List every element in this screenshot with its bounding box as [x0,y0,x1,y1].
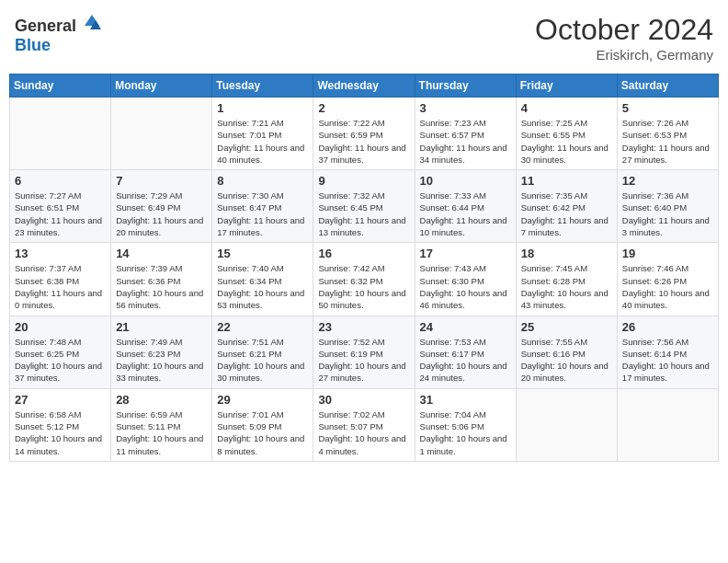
day-number: 1 [217,101,308,115]
day-detail: Sunrise: 7:43 AM Sunset: 6:30 PM Dayligh… [420,262,511,311]
day-number: 31 [420,393,511,407]
logo-text: General Blue [15,13,101,55]
day-number: 27 [15,393,106,407]
day-detail: Sunrise: 7:33 AM Sunset: 6:44 PM Dayligh… [420,190,511,238]
title-block: October 2024 Eriskirch, Germany [535,13,713,63]
day-number: 19 [622,247,713,260]
calendar-cell: 24Sunrise: 7:53 AM Sunset: 6:17 PM Dayli… [415,316,516,388]
calendar-cell [516,388,617,461]
day-detail: Sunrise: 7:32 AM Sunset: 6:45 PM Dayligh… [318,190,409,238]
day-number: 29 [217,393,308,407]
day-detail: Sunrise: 7:26 AM Sunset: 6:53 PM Dayligh… [622,117,713,166]
calendar-cell: 17Sunrise: 7:43 AM Sunset: 6:30 PM Dayli… [415,243,516,316]
calendar-week-row: 13Sunrise: 7:37 AM Sunset: 6:38 PM Dayli… [10,243,719,316]
calendar-cell: 11Sunrise: 7:35 AM Sunset: 6:42 PM Dayli… [516,170,617,243]
calendar-cell: 21Sunrise: 7:49 AM Sunset: 6:23 PM Dayli… [111,316,212,388]
calendar-week-row: 1Sunrise: 7:21 AM Sunset: 7:01 PM Daylig… [10,98,719,170]
weekday-header-row: SundayMondayTuesdayWednesdayThursdayFrid… [10,75,719,98]
day-detail: Sunrise: 7:35 AM Sunset: 6:42 PM Dayligh… [521,190,612,238]
calendar-cell: 19Sunrise: 7:46 AM Sunset: 6:26 PM Dayli… [617,243,718,316]
day-number: 30 [318,393,409,407]
day-detail: Sunrise: 7:45 AM Sunset: 6:28 PM Dayligh… [521,262,612,311]
calendar-cell: 15Sunrise: 7:40 AM Sunset: 6:34 PM Dayli… [212,243,313,316]
day-detail: Sunrise: 7:21 AM Sunset: 7:01 PM Dayligh… [217,117,308,166]
calendar-cell: 1Sunrise: 7:21 AM Sunset: 7:01 PM Daylig… [212,98,313,170]
day-number: 26 [622,320,713,334]
calendar-cell: 14Sunrise: 7:39 AM Sunset: 6:36 PM Dayli… [111,243,212,316]
day-detail: Sunrise: 7:01 AM Sunset: 5:09 PM Dayligh… [217,408,308,457]
day-number: 13 [15,247,106,260]
day-number: 15 [217,247,308,260]
day-number: 10 [420,174,511,188]
day-detail: Sunrise: 7:42 AM Sunset: 6:32 PM Dayligh… [318,262,409,311]
day-number: 20 [15,320,106,334]
calendar-cell: 25Sunrise: 7:55 AM Sunset: 6:16 PM Dayli… [516,316,617,388]
day-detail: Sunrise: 7:51 AM Sunset: 6:21 PM Dayligh… [217,336,308,385]
weekday-header: Monday [111,75,212,98]
calendar-week-row: 6Sunrise: 7:27 AM Sunset: 6:51 PM Daylig… [10,170,719,243]
calendar-cell: 31Sunrise: 7:04 AM Sunset: 5:06 PM Dayli… [415,388,516,461]
day-number: 2 [318,101,409,115]
calendar-cell: 3Sunrise: 7:23 AM Sunset: 6:57 PM Daylig… [415,98,516,170]
calendar-cell: 6Sunrise: 7:27 AM Sunset: 6:51 PM Daylig… [10,170,111,243]
calendar-cell: 22Sunrise: 7:51 AM Sunset: 6:21 PM Dayli… [212,316,313,388]
day-detail: Sunrise: 7:36 AM Sunset: 6:40 PM Dayligh… [622,190,713,238]
calendar-cell [617,388,718,461]
day-number: 17 [420,247,511,260]
calendar-cell: 26Sunrise: 7:56 AM Sunset: 6:14 PM Dayli… [617,316,718,388]
day-number: 12 [622,174,713,188]
day-number: 18 [521,247,612,260]
day-number: 8 [217,174,308,188]
day-detail: Sunrise: 7:23 AM Sunset: 6:57 PM Dayligh… [420,117,511,166]
day-number: 7 [116,174,207,188]
weekday-header: Sunday [10,75,111,98]
day-detail: Sunrise: 7:48 AM Sunset: 6:25 PM Dayligh… [15,336,106,385]
day-detail: Sunrise: 7:30 AM Sunset: 6:47 PM Dayligh… [217,190,308,238]
day-detail: Sunrise: 7:39 AM Sunset: 6:36 PM Dayligh… [116,262,207,311]
day-detail: Sunrise: 6:59 AM Sunset: 5:11 PM Dayligh… [116,408,207,457]
calendar-table: SundayMondayTuesdayWednesdayThursdayFrid… [9,74,719,462]
calendar-cell: 8Sunrise: 7:30 AM Sunset: 6:47 PM Daylig… [212,170,313,243]
day-number: 23 [318,320,409,334]
calendar-cell: 5Sunrise: 7:26 AM Sunset: 6:53 PM Daylig… [617,98,718,170]
calendar-week-row: 20Sunrise: 7:48 AM Sunset: 6:25 PM Dayli… [10,316,719,388]
page-header: General Blue October 2024 Eriskirch, Ger… [9,9,719,66]
logo-blue: Blue [15,36,51,54]
day-number: 16 [318,247,409,260]
day-number: 4 [521,101,612,115]
day-number: 28 [116,393,207,407]
day-number: 25 [521,320,612,334]
day-number: 14 [116,247,207,260]
location-title: Eriskirch, Germany [535,47,713,63]
day-detail: Sunrise: 6:58 AM Sunset: 5:12 PM Dayligh… [15,408,106,457]
day-detail: Sunrise: 7:52 AM Sunset: 6:19 PM Dayligh… [318,336,409,385]
weekday-header: Tuesday [212,75,313,98]
day-detail: Sunrise: 7:04 AM Sunset: 5:06 PM Dayligh… [420,408,511,457]
calendar-cell: 27Sunrise: 6:58 AM Sunset: 5:12 PM Dayli… [10,388,111,461]
day-detail: Sunrise: 7:29 AM Sunset: 6:49 PM Dayligh… [116,190,207,238]
calendar-cell: 12Sunrise: 7:36 AM Sunset: 6:40 PM Dayli… [617,170,718,243]
day-number: 5 [622,101,713,115]
calendar-cell: 4Sunrise: 7:25 AM Sunset: 6:55 PM Daylig… [516,98,617,170]
calendar-cell [111,98,212,170]
calendar-cell: 29Sunrise: 7:01 AM Sunset: 5:09 PM Dayli… [212,388,313,461]
logo-general: General [15,17,76,35]
weekday-header: Saturday [617,75,718,98]
day-detail: Sunrise: 7:27 AM Sunset: 6:51 PM Dayligh… [15,190,106,238]
calendar-week-row: 27Sunrise: 6:58 AM Sunset: 5:12 PM Dayli… [10,388,719,461]
day-detail: Sunrise: 7:56 AM Sunset: 6:14 PM Dayligh… [622,336,713,385]
day-detail: Sunrise: 7:25 AM Sunset: 6:55 PM Dayligh… [521,117,612,166]
day-detail: Sunrise: 7:46 AM Sunset: 6:26 PM Dayligh… [622,262,713,311]
day-detail: Sunrise: 7:22 AM Sunset: 6:59 PM Dayligh… [318,117,409,166]
calendar-cell: 2Sunrise: 7:22 AM Sunset: 6:59 PM Daylig… [313,98,415,170]
calendar-cell: 16Sunrise: 7:42 AM Sunset: 6:32 PM Dayli… [313,243,415,316]
calendar-cell: 18Sunrise: 7:45 AM Sunset: 6:28 PM Dayli… [516,243,617,316]
day-number: 11 [521,174,612,188]
weekday-header: Wednesday [313,75,415,98]
month-title: October 2024 [535,13,713,47]
day-detail: Sunrise: 7:55 AM Sunset: 6:16 PM Dayligh… [521,336,612,385]
day-detail: Sunrise: 7:02 AM Sunset: 5:07 PM Dayligh… [318,408,409,457]
day-number: 24 [420,320,511,334]
day-number: 3 [420,101,511,115]
day-number: 9 [318,174,409,188]
